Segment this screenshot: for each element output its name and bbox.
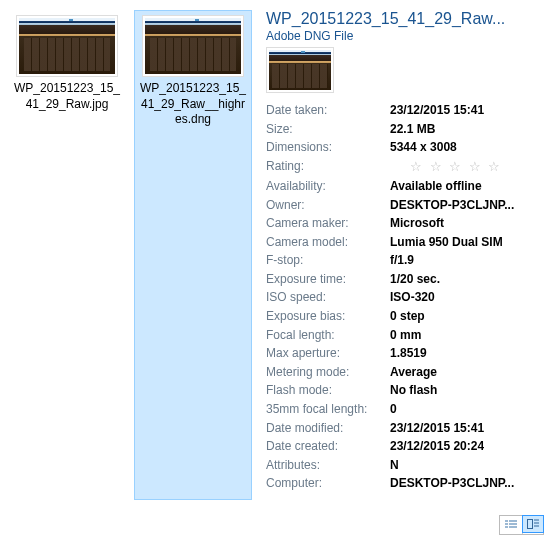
property-row: Dimensions:5344 x 3008	[266, 138, 538, 157]
property-row: Attributes:N	[266, 456, 538, 475]
property-value: ISO-320	[390, 288, 435, 307]
file-name-label: WP_20151223_15_41_29_Raw.jpg	[13, 81, 121, 112]
property-list: Date taken:23/12/2015 15:41Size:22.1 MBD…	[266, 101, 538, 493]
thumbnail-view-icon	[527, 519, 539, 529]
property-label: Metering mode:	[266, 363, 390, 382]
property-label: Date modified:	[266, 419, 390, 438]
property-value: 0	[390, 400, 397, 419]
property-label: Attributes:	[266, 456, 390, 475]
property-value: Lumia 950 Dual SIM	[390, 233, 503, 252]
view-details-button[interactable]	[500, 516, 522, 534]
property-label: Focal length:	[266, 326, 390, 345]
list-view-icon	[505, 520, 517, 530]
property-value: 0 step	[390, 307, 425, 326]
property-label: 35mm focal length:	[266, 400, 390, 419]
property-value: Microsoft	[390, 214, 444, 233]
svg-rect-6	[528, 520, 533, 529]
property-label: F-stop:	[266, 251, 390, 270]
property-row: Owner:DESKTOP-P3CLJNP...	[266, 196, 538, 215]
property-row: Date taken:23/12/2015 15:41	[266, 101, 538, 120]
view-switcher	[499, 515, 544, 535]
property-row: ISO speed:ISO-320	[266, 288, 538, 307]
details-title: WP_20151223_15_41_29_Raw...	[266, 10, 538, 28]
property-row: 35mm focal length:0	[266, 400, 538, 419]
property-label: Owner:	[266, 196, 390, 215]
property-value: 23/12/2015 20:24	[390, 437, 484, 456]
details-filetype: Adobe DNG File	[266, 29, 538, 43]
details-pane: WP_20151223_15_41_29_Raw... Adobe DNG Fi…	[256, 6, 544, 504]
property-value: 5344 x 3008	[390, 138, 457, 157]
property-value: 23/12/2015 15:41	[390, 101, 484, 120]
property-label: Date created:	[266, 437, 390, 456]
property-value: Available offline	[390, 177, 482, 196]
property-row: Exposure time:1/20 sec.	[266, 270, 538, 289]
property-row: Metering mode:Average	[266, 363, 538, 382]
property-value: 0 mm	[390, 326, 421, 345]
property-label: ISO speed:	[266, 288, 390, 307]
property-label: Camera model:	[266, 233, 390, 252]
property-label: Availability:	[266, 177, 390, 196]
property-value: 23/12/2015 15:41	[390, 419, 484, 438]
property-row: Max aperture:1.8519	[266, 344, 538, 363]
property-label: Rating:	[266, 157, 390, 177]
property-value: DESKTOP-P3CLJNP...	[390, 474, 514, 493]
property-label: Camera maker:	[266, 214, 390, 233]
property-value: No flash	[390, 381, 437, 400]
main-area: WP_20151223_15_41_29_Raw.jpgWP_20151223_…	[0, 0, 548, 510]
property-value: 22.1 MB	[390, 120, 435, 139]
property-row: F-stop:f/1.9	[266, 251, 538, 270]
property-label: Size:	[266, 120, 390, 139]
file-item[interactable]: WP_20151223_15_41_29_Raw.jpg	[8, 10, 126, 500]
property-row: Computer:DESKTOP-P3CLJNP...	[266, 474, 538, 493]
property-value: 1/20 sec.	[390, 270, 440, 289]
file-list: WP_20151223_15_41_29_Raw.jpgWP_20151223_…	[4, 6, 256, 504]
property-row: Exposure bias:0 step	[266, 307, 538, 326]
property-label: Date taken:	[266, 101, 390, 120]
property-row: Camera maker:Microsoft	[266, 214, 538, 233]
property-row: Camera model:Lumia 950 Dual SIM	[266, 233, 538, 252]
property-row: Size:22.1 MB	[266, 120, 538, 139]
property-label: Exposure bias:	[266, 307, 390, 326]
property-row: Date modified:23/12/2015 15:41	[266, 419, 538, 438]
property-value: DESKTOP-P3CLJNP...	[390, 196, 514, 215]
property-value: f/1.9	[390, 251, 414, 270]
property-row: Availability:Available offline	[266, 177, 538, 196]
property-label: Flash mode:	[266, 381, 390, 400]
view-thumbnails-button[interactable]	[522, 515, 544, 533]
file-thumbnail	[16, 15, 118, 77]
property-label: Max aperture:	[266, 344, 390, 363]
property-value: Average	[390, 363, 437, 382]
property-label: Dimensions:	[266, 138, 390, 157]
rating-stars[interactable]: ☆ ☆ ☆ ☆ ☆	[410, 157, 502, 177]
property-row: Flash mode:No flash	[266, 381, 538, 400]
file-thumbnail	[142, 15, 244, 77]
file-item[interactable]: WP_20151223_15_41_29_Raw__highres.dng	[134, 10, 252, 500]
property-label: Exposure time:	[266, 270, 390, 289]
property-value: N	[390, 456, 399, 475]
property-row: Rating:☆ ☆ ☆ ☆ ☆	[266, 157, 538, 177]
details-preview-thumbnail[interactable]	[266, 47, 334, 93]
property-value: 1.8519	[390, 344, 427, 363]
file-name-label: WP_20151223_15_41_29_Raw__highres.dng	[139, 81, 247, 128]
property-row: Focal length:0 mm	[266, 326, 538, 345]
property-row: Date created:23/12/2015 20:24	[266, 437, 538, 456]
property-label: Computer:	[266, 474, 390, 493]
